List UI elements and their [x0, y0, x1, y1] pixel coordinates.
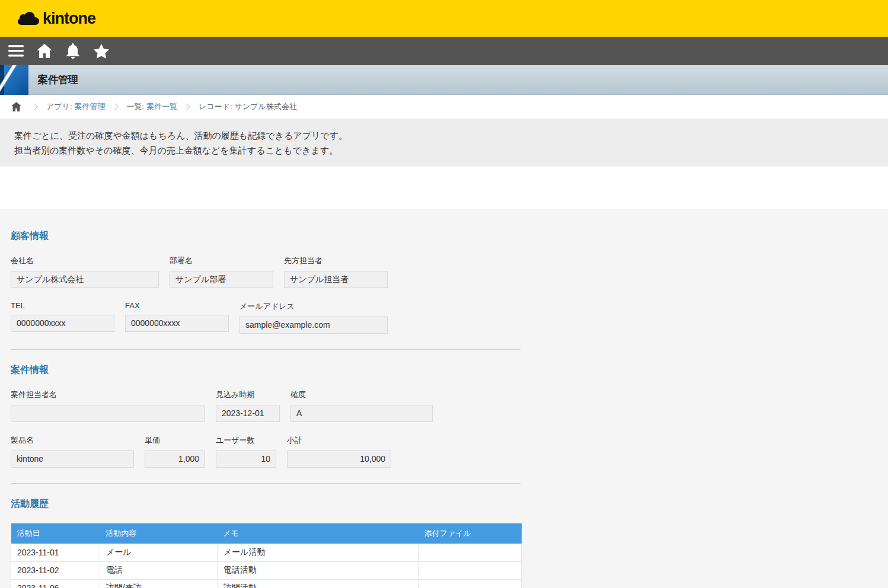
contact-person-value: サンプル担当者 — [284, 271, 388, 288]
app-title: 案件管理 — [38, 73, 78, 87]
expected-date-label: 見込み時期 — [216, 389, 280, 400]
breadcrumb-list-link[interactable]: 案件一覧 — [146, 101, 177, 112]
activity-memo-header: メモ — [217, 523, 419, 544]
tel-label: TEL — [11, 301, 114, 310]
customer-row-2: TEL 0000000xxxx FAX 0000000xxxx メールアドレス … — [11, 301, 888, 334]
customer-section-title: 顧客情報 — [11, 230, 888, 242]
probability-field: 確度 A — [290, 389, 433, 422]
company-field: 会社名 サンプル株式会社 — [11, 255, 159, 288]
activity-table-header-row: 活動日 活動内容 メモ 添付ファイル — [11, 523, 522, 544]
activity-table: 活動日 活動内容 メモ 添付ファイル 2023-11-01 メール メール活動 … — [11, 523, 522, 588]
email-field: メールアドレス sample@example.com — [239, 301, 388, 334]
user-count-value: 10 — [216, 450, 276, 468]
deal-owner-field: 案件担当者名 — [11, 389, 205, 422]
breadcrumb-chevron-icon — [31, 103, 37, 110]
activity-section-title: 活動履歴 — [11, 498, 888, 510]
tel-value: 0000000xxxx — [11, 315, 114, 332]
app-description-line2: 担当者別の案件数やその確度、今月の売上金額などを集計することもできます。 — [14, 143, 874, 158]
email-value: sample@example.com — [239, 317, 388, 334]
activity-date-cell: 2023-11-02 — [11, 561, 100, 579]
product-value: kintone — [11, 450, 134, 468]
product-field: 製品名 kintone — [11, 435, 134, 468]
activity-attachment-header: 添付ファイル — [419, 523, 522, 544]
deal-row-2: 製品名 kintone 単価 1,000 ユーザー数 10 小計 10,000 — [11, 435, 888, 468]
global-navbar — [0, 37, 888, 65]
breadcrumb-app-link[interactable]: 案件管理 — [75, 101, 106, 112]
department-label: 部署名 — [170, 255, 273, 266]
department-value: サンプル部署 — [170, 271, 273, 288]
kintone-logo-text: kintone — [43, 9, 95, 28]
notifications-bell-icon[interactable] — [63, 41, 83, 61]
activity-date-cell: 2023-11-06 — [11, 579, 100, 588]
department-field: 部署名 サンプル部署 — [170, 255, 273, 288]
app-description: 案件ごとに、受注の確度や金額はもちろん、活動の履歴も記録できるアプリです。 担当… — [0, 119, 888, 167]
breadcrumb-app: アプリ: 案件管理 — [46, 101, 106, 112]
company-value: サンプル株式会社 — [11, 271, 159, 288]
company-label: 会社名 — [11, 255, 159, 266]
breadcrumb-app-label: アプリ: — [46, 101, 72, 112]
fax-label: FAX — [125, 301, 229, 310]
brand-bar: kintone — [0, 0, 888, 37]
section-divider — [11, 483, 520, 484]
unit-price-label: 単価 — [145, 435, 205, 446]
menu-hamburger-icon[interactable] — [6, 41, 26, 61]
activity-date-cell: 2023-11-01 — [11, 544, 100, 561]
breadcrumb-home-icon[interactable] — [7, 98, 25, 116]
activity-memo-cell: メール活動 — [217, 544, 419, 561]
app-description-line1: 案件ごとに、受注の確度や金額はもちろん、活動の履歴も記録できるアプリです。 — [14, 128, 874, 143]
breadcrumb-list-label: 一覧: — [127, 101, 145, 112]
fax-value: 0000000xxxx — [125, 315, 229, 332]
breadcrumb-record-name: サンプル株式会社 — [235, 101, 297, 112]
unit-price-field: 単価 1,000 — [145, 435, 205, 468]
activity-type-cell: メール — [100, 544, 217, 561]
breadcrumb-chevron-icon — [183, 103, 190, 110]
activity-memo-cell: 訪問活動 — [217, 579, 419, 588]
probability-label: 確度 — [290, 389, 433, 400]
table-row: 2023-11-01 メール メール活動 — [11, 544, 522, 561]
activity-attachment-cell — [419, 561, 522, 579]
contact-person-field: 先方担当者 サンプル担当者 — [284, 255, 388, 288]
kintone-cloud-icon — [18, 11, 39, 26]
app-header: 案件管理 — [0, 65, 888, 95]
fax-field: FAX 0000000xxxx — [125, 301, 229, 334]
activity-attachment-cell — [419, 579, 522, 588]
email-label: メールアドレス — [239, 301, 388, 312]
breadcrumb-list: 一覧: 案件一覧 — [127, 101, 178, 112]
home-icon[interactable] — [34, 41, 55, 61]
activity-date-header: 活動日 — [11, 523, 100, 544]
product-label: 製品名 — [11, 435, 134, 446]
breadcrumb: アプリ: 案件管理 一覧: 案件一覧 レコード: サンプル株式会社 — [0, 95, 888, 119]
customer-row-1: 会社名 サンプル株式会社 部署名 サンプル部署 先方担当者 サンプル担当者 — [11, 255, 888, 288]
breadcrumb-record-label: レコード: — [199, 101, 232, 112]
breadcrumb-chevron-icon — [111, 103, 118, 110]
favorites-star-icon[interactable] — [91, 41, 111, 61]
record-toolbar-area — [0, 167, 888, 209]
subtotal-value: 10,000 — [287, 450, 391, 468]
expected-date-field: 見込み時期 2023-12-01 — [216, 389, 280, 422]
activity-type-header: 活動内容 — [100, 523, 217, 544]
tel-field: TEL 0000000xxxx — [11, 301, 114, 334]
deal-section-title: 案件情報 — [11, 364, 888, 376]
contact-person-label: 先方担当者 — [284, 255, 388, 266]
expected-date-value: 2023-12-01 — [216, 405, 280, 422]
deal-owner-label: 案件担当者名 — [11, 389, 205, 400]
activity-memo-cell: 電話活動 — [217, 561, 419, 579]
subtotal-field: 小計 10,000 — [287, 435, 391, 468]
unit-price-value: 1,000 — [145, 450, 205, 468]
activity-type-cell: 電話 — [100, 561, 217, 579]
activity-type-cell: 訪問/来訪 — [100, 579, 217, 588]
user-count-label: ユーザー数 — [216, 435, 276, 446]
probability-value: A — [290, 405, 433, 422]
activity-attachment-cell — [419, 544, 522, 561]
record-detail: 顧客情報 会社名 サンプル株式会社 部署名 サンプル部署 先方担当者 サンプル担… — [0, 209, 888, 588]
section-divider — [11, 349, 520, 350]
deal-owner-value — [11, 405, 205, 422]
deal-row-1: 案件担当者名 見込み時期 2023-12-01 確度 A — [11, 389, 888, 422]
subtotal-label: 小計 — [287, 435, 391, 446]
breadcrumb-record: レコード: サンプル株式会社 — [199, 101, 297, 112]
kintone-logo[interactable]: kintone — [18, 9, 95, 28]
user-count-field: ユーザー数 10 — [216, 435, 276, 468]
table-row: 2023-11-06 訪問/来訪 訪問活動 — [11, 579, 522, 588]
app-icon — [0, 65, 28, 95]
table-row: 2023-11-02 電話 電話活動 — [11, 561, 522, 579]
